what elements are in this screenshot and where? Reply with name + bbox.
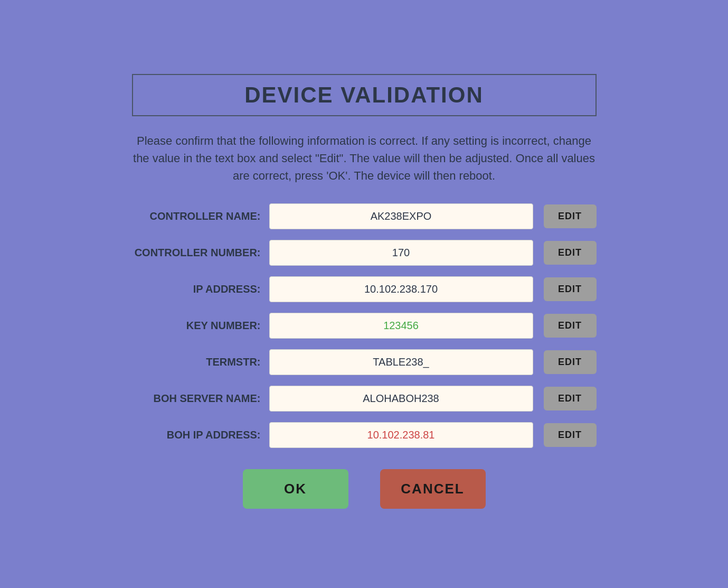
field-input-boh-server-name[interactable]: [269, 386, 533, 412]
device-validation-dialog: DEVICE VALIDATION Please confirm that th…: [100, 53, 628, 535]
edit-button-controller-number[interactable]: EDIT: [544, 241, 597, 265]
field-label-key-number: KEY NUMBER:: [132, 320, 269, 332]
edit-button-controller-name[interactable]: EDIT: [544, 204, 597, 228]
field-label-boh-server-name: BOH SERVER NAME:: [132, 393, 269, 405]
field-row-boh-server-name: BOH SERVER NAME:EDIT: [132, 386, 597, 412]
field-row-termstr: TERMSTR:EDIT: [132, 349, 597, 375]
field-input-controller-name[interactable]: [269, 203, 533, 229]
edit-button-ip-address[interactable]: EDIT: [544, 277, 597, 301]
edit-button-boh-ip-address[interactable]: EDIT: [544, 423, 597, 447]
field-label-termstr: TERMSTR:: [132, 356, 269, 368]
field-input-ip-address[interactable]: [269, 276, 533, 302]
field-input-boh-ip-address[interactable]: [269, 422, 533, 448]
edit-button-key-number[interactable]: EDIT: [544, 314, 597, 338]
field-row-boh-ip-address: BOH IP ADDRESS:EDIT: [132, 422, 597, 448]
field-label-boh-ip-address: BOH IP ADDRESS:: [132, 429, 269, 441]
button-row: OK CANCEL: [132, 469, 597, 509]
fields-container: CONTROLLER NAME:EDITCONTROLLER NUMBER:ED…: [132, 203, 597, 448]
field-input-termstr[interactable]: [269, 349, 533, 375]
dialog-title: DEVICE VALIDATION: [154, 82, 574, 108]
field-label-ip-address: IP ADDRESS:: [132, 283, 269, 295]
field-row-controller-name: CONTROLLER NAME:EDIT: [132, 203, 597, 229]
field-label-controller-number: CONTROLLER NUMBER:: [132, 247, 269, 259]
ok-button[interactable]: OK: [243, 469, 348, 509]
field-row-key-number: KEY NUMBER:EDIT: [132, 313, 597, 339]
edit-button-boh-server-name[interactable]: EDIT: [544, 387, 597, 410]
cancel-button[interactable]: CANCEL: [380, 469, 486, 509]
field-row-controller-number: CONTROLLER NUMBER:EDIT: [132, 240, 597, 266]
field-input-key-number[interactable]: [269, 313, 533, 339]
title-container: DEVICE VALIDATION: [132, 74, 597, 116]
dialog-subtitle: Please confirm that the following inform…: [132, 132, 597, 184]
edit-button-termstr[interactable]: EDIT: [544, 350, 597, 374]
field-input-controller-number[interactable]: [269, 240, 533, 266]
field-label-controller-name: CONTROLLER NAME:: [132, 210, 269, 222]
field-row-ip-address: IP ADDRESS:EDIT: [132, 276, 597, 302]
